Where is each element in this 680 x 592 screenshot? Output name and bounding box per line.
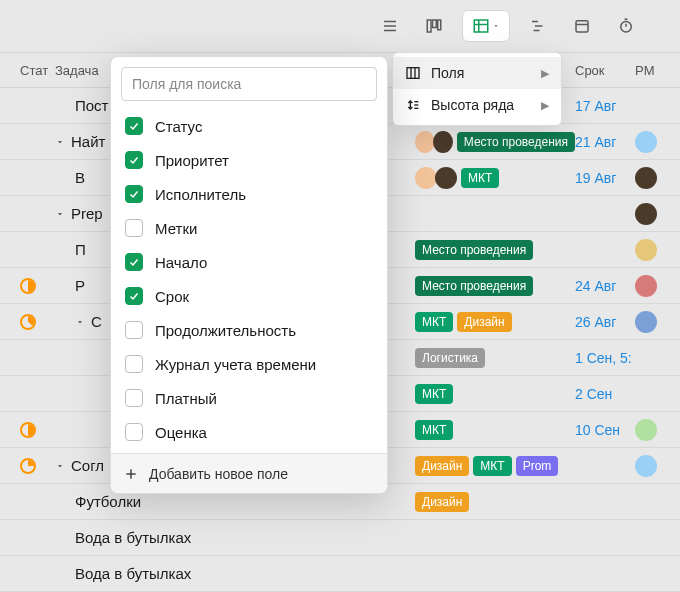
fields-search-input[interactable] bbox=[121, 67, 377, 101]
checkbox[interactable] bbox=[125, 151, 143, 169]
svg-rect-17 bbox=[407, 68, 419, 79]
field-option[interactable]: Платный bbox=[115, 381, 377, 415]
task-title: Вода в бутылках bbox=[75, 565, 191, 582]
avatar bbox=[635, 131, 657, 153]
field-option-label: Статус bbox=[155, 118, 202, 135]
chevron-right-icon: ▶ bbox=[541, 99, 549, 112]
tag-badge: Дизайн bbox=[415, 456, 469, 476]
svg-rect-4 bbox=[433, 20, 437, 28]
view-option-1[interactable]: Высота ряда▶ bbox=[393, 89, 561, 121]
timer-view-button[interactable] bbox=[610, 10, 642, 42]
field-option-label: Журнал учета времени bbox=[155, 356, 316, 373]
due-date: 24 Авг bbox=[575, 278, 635, 294]
view-option-label: Высота ряда bbox=[431, 97, 514, 113]
field-option-label: Оценка bbox=[155, 424, 207, 441]
due-date: 17 Авг bbox=[575, 98, 635, 114]
board-icon bbox=[425, 17, 443, 35]
checkbox[interactable] bbox=[125, 389, 143, 407]
gantt-view-button[interactable] bbox=[522, 10, 554, 42]
tag-badge: Логистика bbox=[415, 348, 485, 368]
tag-badge: Дизайн bbox=[457, 312, 511, 332]
tag-badge: МКТ bbox=[461, 168, 499, 188]
field-option[interactable]: Срок bbox=[115, 279, 377, 313]
top-toolbar bbox=[0, 0, 680, 52]
field-option-label: Начало bbox=[155, 254, 207, 271]
task-title: Найт bbox=[71, 133, 105, 150]
due-date: 1 Сен, 5: bbox=[575, 350, 635, 366]
gantt-icon bbox=[529, 17, 547, 35]
checkbox[interactable] bbox=[125, 423, 143, 441]
field-option-label: Метки bbox=[155, 220, 197, 237]
task-title: Р bbox=[75, 277, 85, 294]
add-field-button[interactable]: Добавить новое поле bbox=[111, 453, 387, 493]
task-title: Prep bbox=[71, 205, 103, 222]
timer-icon bbox=[617, 17, 635, 35]
view-settings-popover: Поля▶Высота ряда▶ bbox=[392, 52, 562, 126]
field-option-label: Приоритет bbox=[155, 152, 229, 169]
checkbox[interactable] bbox=[125, 287, 143, 305]
task-title: Согл bbox=[71, 457, 104, 474]
task-title: В bbox=[75, 169, 85, 186]
field-option-label: Срок bbox=[155, 288, 189, 305]
svg-rect-12 bbox=[576, 21, 588, 32]
svg-rect-6 bbox=[474, 20, 488, 32]
avatar bbox=[635, 203, 657, 225]
avatar bbox=[435, 167, 457, 189]
avatar bbox=[415, 167, 437, 189]
tag-badge: МКТ bbox=[473, 456, 511, 476]
field-option[interactable]: Журнал учета времени bbox=[115, 347, 377, 381]
svg-rect-3 bbox=[427, 20, 431, 32]
field-option[interactable]: Начало bbox=[115, 245, 377, 279]
field-option[interactable]: Метки bbox=[115, 211, 377, 245]
columns-icon bbox=[405, 65, 421, 81]
field-option[interactable]: Исполнитель bbox=[115, 177, 377, 211]
list-view-button[interactable] bbox=[374, 10, 406, 42]
row-height-icon bbox=[405, 97, 421, 113]
table-row[interactable]: Вода в бутылках bbox=[0, 556, 680, 592]
tag-badge: Место проведения bbox=[457, 132, 575, 152]
avatar bbox=[415, 131, 435, 153]
disclosure-triangle-icon[interactable] bbox=[75, 317, 85, 327]
checkbox[interactable] bbox=[125, 253, 143, 271]
task-title: Пост bbox=[75, 97, 109, 114]
checkbox[interactable] bbox=[125, 321, 143, 339]
checkbox[interactable] bbox=[125, 355, 143, 373]
fields-list: СтатусПриоритетИсполнительМеткиНачалоСро… bbox=[111, 107, 387, 453]
col-due[interactable]: Срок bbox=[575, 63, 635, 78]
field-option[interactable]: Приоритет bbox=[115, 143, 377, 177]
table-row[interactable]: Вода в бутылках bbox=[0, 520, 680, 556]
checkbox[interactable] bbox=[125, 117, 143, 135]
checkbox[interactable] bbox=[125, 185, 143, 203]
avatar bbox=[635, 311, 657, 333]
table-view-button[interactable] bbox=[462, 10, 510, 42]
field-option[interactable]: Оценка bbox=[115, 415, 377, 449]
calendar-view-button[interactable] bbox=[566, 10, 598, 42]
field-option-label: Платный bbox=[155, 390, 217, 407]
table-icon bbox=[472, 17, 490, 35]
disclosure-triangle-icon[interactable] bbox=[55, 137, 65, 147]
disclosure-triangle-icon[interactable] bbox=[55, 209, 65, 219]
avatar bbox=[635, 275, 657, 297]
status-indicator bbox=[20, 422, 36, 438]
checkbox[interactable] bbox=[125, 219, 143, 237]
col-status[interactable]: Стат bbox=[0, 63, 55, 78]
avatar bbox=[635, 419, 657, 441]
col-pm[interactable]: PM bbox=[635, 63, 675, 78]
field-option[interactable]: Статус bbox=[115, 109, 377, 143]
avatar bbox=[635, 455, 657, 477]
due-date: 26 Авг bbox=[575, 314, 635, 330]
board-view-button[interactable] bbox=[418, 10, 450, 42]
due-date: 2 Сен bbox=[575, 386, 635, 402]
add-field-label: Добавить новое поле bbox=[149, 466, 288, 482]
task-title: П bbox=[75, 241, 86, 258]
avatar bbox=[433, 131, 453, 153]
tag-badge: МКТ bbox=[415, 384, 453, 404]
disclosure-triangle-icon[interactable] bbox=[55, 461, 65, 471]
due-date: 10 Сен bbox=[575, 422, 635, 438]
calendar-like-icon bbox=[573, 17, 591, 35]
plus-icon bbox=[123, 466, 139, 482]
avatar bbox=[635, 239, 657, 261]
task-title: Вода в бутылках bbox=[75, 529, 191, 546]
view-option-0[interactable]: Поля▶ bbox=[393, 57, 561, 89]
field-option[interactable]: Продолжительность bbox=[115, 313, 377, 347]
